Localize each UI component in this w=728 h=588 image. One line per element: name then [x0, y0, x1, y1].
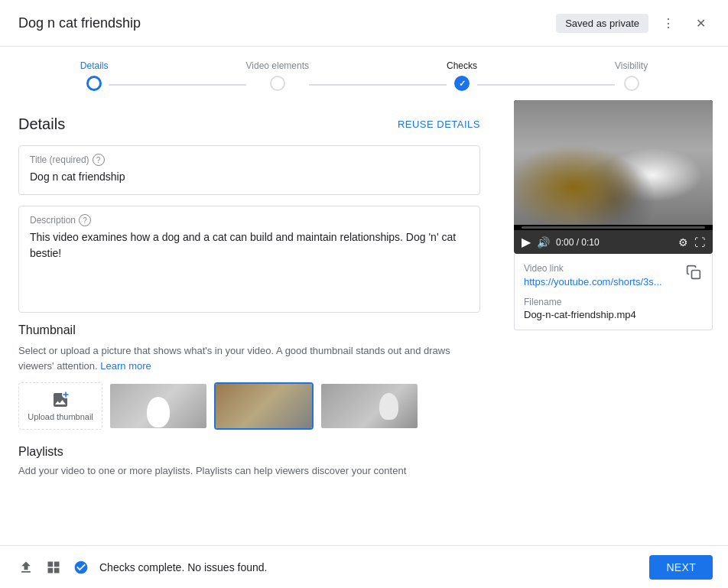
- thumbnail-desc: Select or upload a picture that shows wh…: [18, 343, 480, 373]
- video-controls: ▶ 🔊 0:00 / 0:10 ⚙ ⛶: [514, 230, 713, 254]
- upload-icon: [18, 560, 34, 575]
- dialog-title: Dog n cat friendship: [18, 15, 141, 31]
- title-field-box[interactable]: Title (required) ? Dog n cat friendship: [18, 145, 480, 195]
- description-field-box[interactable]: Description ? This video examines how a …: [18, 206, 480, 313]
- video-link-group: Video link https://youtube.com/shorts/3s…: [524, 263, 662, 288]
- step-connector-1: [109, 84, 246, 86]
- svg-rect-1: [692, 271, 700, 279]
- play-button[interactable]: ▶: [522, 235, 531, 249]
- learn-more-link[interactable]: Learn more: [100, 360, 151, 372]
- video-preview: ▶ 🔊 0:00 / 0:10 ⚙ ⛶ Video link https://y…: [514, 100, 713, 330]
- step-details-circle: [86, 76, 102, 91]
- upload-thumbnail-label: Upload thumbnail: [28, 412, 93, 421]
- playlists-title: Playlists: [18, 445, 480, 459]
- saved-badge: Saved as private: [556, 14, 648, 33]
- filename-group: Filename Dog-n-cat-friendship.mp4: [524, 297, 703, 320]
- step-visibility: Visibility: [615, 60, 648, 91]
- description-value: This video examines how a dog and a cat …: [30, 229, 469, 262]
- footer: Checks complete. No issues found. NEXT: [0, 545, 728, 588]
- step-video-elements: Video elements: [246, 60, 310, 91]
- header-actions: Saved as private ⋮ ✕: [556, 11, 713, 35]
- stepper: Details Video elements Checks Visibility: [0, 47, 728, 100]
- upload-image-icon: [51, 391, 70, 409]
- section-title: Details: [18, 115, 65, 133]
- dialog-header: Dog n cat friendship Saved as private ⋮ …: [0, 0, 728, 47]
- check-circle-icon: [73, 560, 89, 575]
- playlists-desc: Add your video to one or more playlists.…: [18, 465, 480, 476]
- thumbnail-option-1[interactable]: [109, 382, 208, 430]
- thumbnail-option-2[interactable]: [214, 382, 314, 430]
- step-checks-circle: [454, 76, 470, 91]
- step-connector-2: [309, 84, 447, 86]
- time-display: 0:00 / 0:10: [556, 237, 672, 248]
- progress-bar[interactable]: [522, 226, 705, 229]
- main-content: Details REUSE DETAILS Title (required) ?…: [0, 100, 728, 546]
- checks-status: Checks complete. No issues found.: [99, 561, 267, 573]
- upload-icon-button[interactable]: [15, 557, 37, 578]
- footer-left: Checks complete. No issues found.: [15, 557, 267, 578]
- section-header: Details REUSE DETAILS: [18, 115, 480, 133]
- menu-icon: ⋮: [662, 16, 674, 31]
- right-panel: ▶ 🔊 0:00 / 0:10 ⚙ ⛶ Video link https://y…: [499, 100, 728, 546]
- fullscreen-button[interactable]: ⛶: [694, 236, 705, 249]
- video-container[interactable]: [514, 100, 713, 225]
- step-video-elements-circle: [270, 76, 285, 91]
- volume-button[interactable]: 🔊: [537, 236, 550, 249]
- grid-icon-button[interactable]: [43, 557, 64, 578]
- step-connector-3: [477, 84, 615, 86]
- video-info: Video link https://youtube.com/shorts/3s…: [514, 254, 713, 330]
- copy-link-button[interactable]: [684, 263, 703, 284]
- upload-thumbnail-button[interactable]: Upload thumbnail: [18, 382, 102, 430]
- filename-value: Dog-n-cat-friendship.mp4: [524, 309, 703, 320]
- title-help-icon[interactable]: ?: [93, 154, 105, 166]
- filename-label: Filename: [524, 297, 703, 307]
- step-visibility-label: Visibility: [615, 60, 648, 71]
- step-checks: Checks: [447, 60, 477, 91]
- video-link-url[interactable]: https://youtube.com/shorts/3s...: [524, 276, 662, 288]
- close-button[interactable]: ✕: [688, 11, 713, 35]
- video-link-row: Video link https://youtube.com/shorts/3s…: [524, 263, 703, 288]
- step-video-elements-label: Video elements: [246, 60, 310, 71]
- title-label: Title (required) ?: [30, 154, 469, 166]
- grid-icon: [46, 560, 61, 575]
- thumbnail-row: Upload thumbnail: [18, 382, 480, 430]
- description-help-icon[interactable]: ?: [79, 214, 91, 226]
- description-label: Description ?: [30, 214, 469, 226]
- step-details-label: Details: [80, 60, 109, 71]
- close-icon: ✕: [696, 16, 706, 31]
- step-checks-label: Checks: [447, 60, 477, 71]
- left-panel: Details REUSE DETAILS Title (required) ?…: [0, 100, 499, 546]
- playlists-section: Playlists Add your video to one or more …: [18, 445, 480, 476]
- menu-button[interactable]: ⋮: [656, 11, 681, 35]
- next-button[interactable]: NEXT: [649, 555, 713, 580]
- settings-button[interactable]: ⚙: [678, 236, 688, 249]
- copy-icon: [686, 265, 701, 280]
- title-value: Dog n cat friendship: [30, 169, 469, 185]
- footer-icons: [15, 557, 92, 578]
- thumbnail-title: Thumbnail: [18, 323, 480, 337]
- video-link-label: Video link: [524, 263, 662, 274]
- step-visibility-circle: [624, 76, 639, 91]
- check-icon-button[interactable]: [70, 557, 92, 578]
- thumbnail-option-3[interactable]: [320, 382, 419, 430]
- step-details: Details: [80, 60, 109, 91]
- thumbnail-section: Thumbnail Select or upload a picture tha…: [18, 323, 480, 430]
- reuse-details-link[interactable]: REUSE DETAILS: [398, 119, 480, 130]
